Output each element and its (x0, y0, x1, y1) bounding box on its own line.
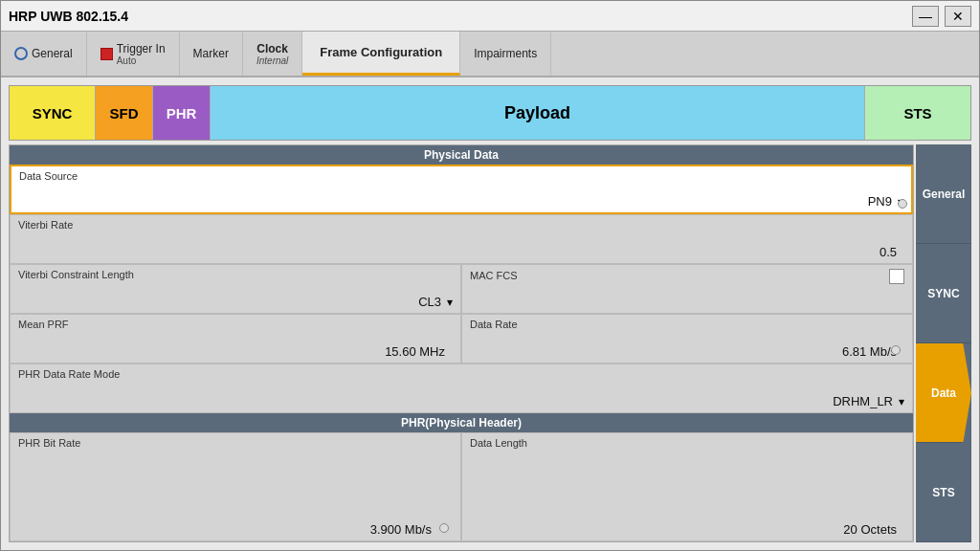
tab-frame-config-label: Frame Configuration (320, 45, 442, 59)
minimize-button[interactable]: — (912, 6, 939, 27)
window-controls: — ✕ (912, 6, 971, 27)
data-rate-circle (891, 345, 901, 355)
title-bar: HRP UWB 802.15.4 — ✕ (1, 1, 979, 32)
tab-marker[interactable]: Marker (180, 32, 243, 76)
phr-data-rate-mode-label: PHR Data Rate Mode (18, 368, 904, 380)
fields-grid: Data Source PN9 ▾ Viterbi Rate 0.5 (10, 165, 913, 413)
content-area: Physical Data Data Source PN9 ▾ Vit (9, 144, 971, 542)
frame-visual: SYNC SFD PHR Payload STS (9, 85, 971, 141)
sidebar-sync-button[interactable]: SYNC (916, 244, 971, 343)
data-length-value: 20 Octets (843, 522, 901, 537)
sidebar-data-button[interactable]: Data (916, 343, 971, 443)
phr-header: PHR(Physical Header) (10, 413, 913, 432)
mean-prf-label: Mean PRF (18, 319, 453, 330)
tab-bar: General Trigger In Auto Marker Clock Int… (1, 32, 979, 77)
tab-frame-configuration[interactable]: Frame Configuration (302, 32, 460, 76)
frame-sfd: SFD (96, 86, 153, 140)
sidebar-sync-label: SYNC (927, 287, 959, 300)
frame-sync: SYNC (10, 86, 96, 140)
main-panel: Physical Data Data Source PN9 ▾ Vit (9, 144, 914, 542)
frame-sts: STS (865, 86, 970, 140)
phr-bit-rate-field: PHR Bit Rate 3.900 Mb/s (10, 432, 461, 541)
data-rate-label: Data Rate (470, 319, 904, 330)
frame-payload: Payload (211, 86, 865, 140)
radio-icon (14, 47, 28, 60)
mean-prf-value: 15.60 MHz (385, 344, 449, 359)
sidebar-general-label: General (923, 187, 966, 201)
tab-trigger-label: Trigger In (117, 42, 166, 55)
data-source-label: Data Source (19, 170, 903, 182)
tab-clock-sub: Internal (256, 55, 288, 66)
tab-trigger[interactable]: Trigger In Auto (87, 32, 180, 76)
phr-bit-rate-circle (439, 523, 449, 533)
viterbi-rate-field: Viterbi Rate 0.5 (10, 214, 913, 264)
sidebar-data-label: Data (931, 386, 956, 400)
sidebar-general-button[interactable]: General (916, 144, 971, 244)
tab-general[interactable]: General (1, 32, 87, 76)
tab-clock[interactable]: Clock Internal (243, 32, 302, 76)
tab-impairments-label: Impairments (474, 47, 537, 60)
data-rate-field: Data Rate 6.81 Mb/s (461, 314, 913, 364)
phr-bit-rate-value: 3.900 Mb/s (370, 522, 435, 537)
data-source-value: PN9 (868, 194, 896, 209)
viterbi-constraint-field[interactable]: Viterbi Constraint Length CL3 ▾ (10, 264, 461, 314)
sidebar-sts-label: STS (932, 486, 954, 499)
tab-marker-label: Marker (193, 47, 229, 60)
phr-fields-grid: PHR Bit Rate 3.900 Mb/s Data Length 20 O… (10, 432, 913, 541)
frame-phr: PHR (153, 86, 211, 140)
data-length-field: Data Length 20 Octets (461, 432, 913, 541)
mac-fcs-label: MAC FCS (470, 270, 518, 281)
tab-trigger-sub: Auto (117, 55, 166, 66)
stop-icon (100, 48, 113, 60)
phr-data-rate-mode-value: DRHM_LR (833, 394, 897, 408)
mac-fcs-checkbox[interactable] (889, 269, 904, 284)
close-button[interactable]: ✕ (945, 6, 971, 27)
window-title: HRP UWB 802.15.4 (9, 9, 128, 24)
main-window: HRP UWB 802.15.4 — ✕ General Trigger In … (0, 0, 980, 551)
dropdown-arrow2-icon: ▾ (447, 296, 453, 309)
viterbi-constraint-value: CL3 (418, 295, 445, 309)
viterbi-constraint-label: Viterbi Constraint Length (18, 269, 453, 280)
data-source-field[interactable]: Data Source PN9 ▾ (10, 165, 913, 214)
mac-fcs-field: MAC FCS (461, 264, 913, 314)
sidebar-sts-button[interactable]: STS (916, 443, 971, 542)
data-length-label: Data Length (470, 437, 904, 449)
physical-data-header: Physical Data (10, 145, 913, 165)
phr-data-rate-mode-field[interactable]: PHR Data Rate Mode DRHM_LR ▾ (10, 364, 913, 413)
dropdown-arrow3-icon: ▾ (899, 395, 904, 408)
tab-general-label: General (32, 47, 73, 60)
viterbi-rate-value: 0.5 (880, 245, 901, 259)
mean-prf-field: Mean PRF 15.60 MHz (10, 314, 461, 364)
tab-impairments[interactable]: Impairments (460, 32, 551, 76)
tab-clock-label: Clock (256, 42, 288, 55)
right-sidebar: General SYNC Data STS (916, 144, 971, 542)
viterbi-rate-label: Viterbi Rate (18, 219, 904, 231)
main-content: SYNC SFD PHR Payload STS Physical Data (1, 77, 979, 550)
field-circle (898, 199, 907, 209)
phr-bit-rate-label: PHR Bit Rate (18, 437, 453, 449)
